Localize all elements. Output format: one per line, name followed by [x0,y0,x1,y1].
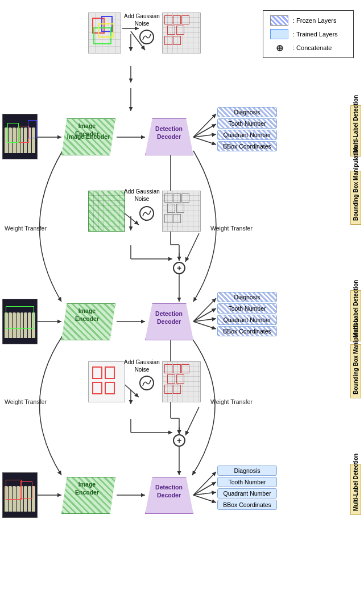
svg-line-16 [185,233,199,262]
xray-image-3 [2,472,38,518]
output-quadrant-3: Quadrant Number [217,488,277,499]
xray-image-1 [2,114,38,159]
weight-transfer-left-2: Weight Transfer [5,398,47,405]
output-tooth-1: Tooth Number [217,118,277,129]
svg-line-3 [193,124,216,137]
add-noise-label-2: Add Gaussian Noise [124,188,160,203]
svg-line-28 [193,495,216,502]
concat-circle-2: + [173,434,185,447]
sidebar-bbox-1: Bounding Box Manipulation [350,171,361,225]
gaussian-icon-1 [139,30,154,44]
gaussian-icon-2 [139,206,154,221]
output-diagnosis-3: Diagnosis [217,466,277,476]
output-diagnosis-1: Diagnosis [217,107,277,117]
output-tooth-2: Tooth Number [217,303,277,314]
legend-box: : Frozen Layers : Trained Layers ⊕ : Con… [263,10,354,58]
weight-transfer-right-1: Weight Transfer [210,225,253,232]
noise-output-grid-2 [162,191,201,232]
encoder-text-3: ImageEncoder [64,481,110,496]
add-noise-label-3: Add Gaussian Noise [124,359,160,373]
svg-line-13 [193,322,216,329]
frozen-label: : Frozen Layers [293,17,336,24]
sidebar-bbox-2: Bounding Box Manipulation [350,344,361,398]
trained-swatch [270,29,288,39]
frozen-swatch [270,15,288,26]
svg-line-4 [193,134,216,137]
noise-input-grid-3 [88,361,125,402]
svg-line-12 [193,319,216,322]
svg-line-27 [193,492,216,495]
diagram-container: : Frozen Layers : Trained Layers ⊕ : Con… [0,0,364,589]
encoder-text-1: ImageEncoder [64,122,110,138]
top-input-grid [88,13,121,53]
svg-line-10 [193,298,216,322]
decoder-text-1: DetectionDecoder [148,125,189,141]
encoder-text-2: ImageEncoder [64,307,110,323]
top-output-noise-grid [162,13,201,53]
noise-input-grid-2 [88,191,125,232]
decoder-text-2: DetectionDecoder [148,310,189,326]
svg-line-25 [193,472,216,495]
legend-frozen: : Frozen Layers [270,15,346,26]
concat-label: : Concatenate [293,44,332,51]
output-quadrant-1: Quadrant Number [217,130,277,140]
svg-line-5 [193,137,216,145]
output-bbox-3: BBox Coordinates [217,500,277,510]
legend-concat: ⊕ : Concatenate [270,43,346,53]
output-tooth-3: Tooth Number [217,477,277,487]
svg-line-31 [185,407,199,435]
trained-label: : Trained Layers [293,31,338,38]
legend-trained: : Trained Layers [270,29,346,39]
weight-transfer-right-2: Weight Transfer [210,398,253,405]
concat-circle-1: + [173,262,185,274]
concat-swatch: ⊕ [270,43,288,53]
xray-image-2 [2,299,38,344]
add-noise-label-1: Add Gaussian Noise [124,13,160,27]
noise-output-grid-3 [162,361,201,402]
output-quadrant-2: Quadrant Number [217,315,277,325]
output-bbox-1: BBox Coordinates [217,141,277,151]
svg-line-2 [193,114,216,137]
gaussian-icon-3 [139,376,154,390]
svg-line-26 [193,482,216,495]
svg-line-11 [193,308,216,322]
weight-transfer-left-1: Weight Transfer [5,225,47,232]
output-bbox-2: BBox Coordinates [217,326,277,336]
output-diagnosis-2: Diagnosis [217,292,277,302]
decoder-text-3: DetectionDecoder [148,484,189,499]
sidebar-multi-label-3: Multi-Label Detection [350,464,361,515]
